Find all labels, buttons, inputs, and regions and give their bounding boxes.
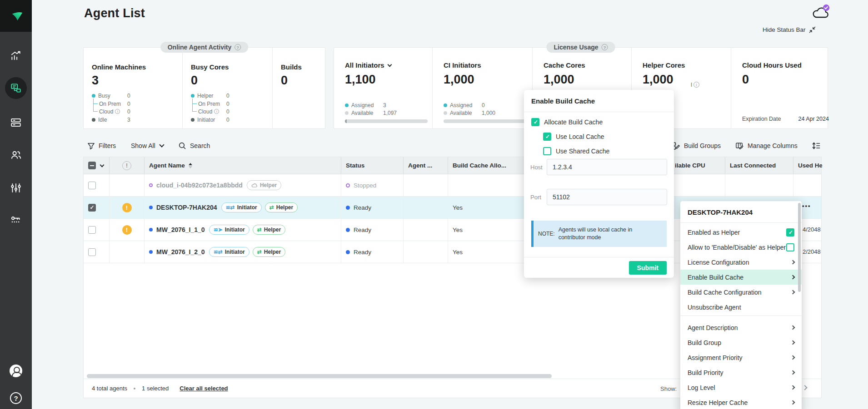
menu-item-log-level[interactable]: Log Level <box>680 380 802 395</box>
all-initiators-column: All Initiators 1,100 Assigned 3 Availabl… <box>334 48 432 128</box>
search-button[interactable]: Search <box>178 140 210 151</box>
host-label: Host <box>530 164 543 171</box>
initiator-legend-row: Initiator 0 <box>191 116 272 123</box>
use-local-cache-option[interactable]: Use Local Cache <box>543 133 604 141</box>
chevron-right-icon <box>791 355 795 360</box>
row-checkbox[interactable] <box>88 226 96 234</box>
row-height-button[interactable] <box>812 140 821 151</box>
warning-icon[interactable] <box>122 203 132 212</box>
help-icon <box>10 392 22 404</box>
agent-name: cloud_i-04b92c073e1a8bbdd <box>156 182 243 189</box>
menu-item-unsubscribe-agent[interactable]: Unsubscribe Agent <box>680 300 802 315</box>
sidebar-item-settings[interactable] <box>0 176 32 200</box>
chevron-right-icon <box>791 260 795 265</box>
ci-initiators-value: 1,000 <box>444 73 532 87</box>
menu-item-enable-build-cache[interactable]: Enable Build Cache <box>680 270 802 285</box>
select-all-header[interactable] <box>84 157 110 174</box>
helper-badge: ⇄ Helper <box>253 247 285 257</box>
use-local-cache-checkbox[interactable] <box>543 133 551 141</box>
select-all-checkbox[interactable] <box>88 162 96 169</box>
agent-context-menu: DESKTOP-7HAK204 Enabled as Helper Allow … <box>680 201 802 409</box>
host-input[interactable] <box>547 159 667 175</box>
info-icon[interactable] <box>214 109 219 114</box>
builds-value: 0 <box>281 74 326 88</box>
row-actions-button[interactable] <box>802 202 811 209</box>
manage-columns-button[interactable]: Manage Columns <box>735 140 798 151</box>
initiator-badge: ≌⇄ Initiator <box>209 247 249 257</box>
last-connected-column-header[interactable]: Last Connected <box>725 157 793 174</box>
sidebar-item-users[interactable] <box>0 143 32 167</box>
info-icon[interactable] <box>115 109 120 114</box>
enabled-as-helper-checkbox[interactable] <box>786 228 794 237</box>
divider <box>680 222 802 223</box>
idle-dot <box>92 118 95 122</box>
sidebar-item-help[interactable] <box>0 386 32 409</box>
available-row: Available 1,000 <box>444 109 495 117</box>
warning-icon[interactable] <box>122 225 132 235</box>
helper-onprem-row: On Prem 0 <box>198 100 272 108</box>
build-cache-column-header[interactable]: Build Cache Allo... <box>448 157 525 174</box>
menu-item-license-configuration[interactable]: License Configuration <box>680 255 802 270</box>
sort-icon[interactable] <box>189 163 192 168</box>
menu-item-assignment-priority[interactable]: Assignment Priority <box>680 350 802 365</box>
sidebar-item-agents[interactable] <box>0 76 32 100</box>
horizontal-scrollbar[interactable] <box>87 374 552 378</box>
agent-column-header[interactable]: Agent ... <box>404 157 448 174</box>
ci-initiators-column: CI Initiators 1,000 Assigned 0 Available… <box>432 48 532 128</box>
menu-item-agent-description[interactable]: Agent Description <box>680 320 802 335</box>
info-icon[interactable] <box>693 82 699 88</box>
allocate-build-cache-option[interactable]: Allocate Build Cache <box>531 118 603 126</box>
row-checkbox[interactable] <box>88 182 96 189</box>
busy-cloud-row: Cloud 0 <box>99 108 182 115</box>
allocate-build-cache-checkbox[interactable] <box>531 118 539 126</box>
helper-legend-row: Helper 0 <box>191 92 272 99</box>
busy-legend-row: Busy 0 <box>92 92 182 99</box>
used-helper-column-header[interactable]: Used He <box>793 157 822 174</box>
used-helper-value: 2/2048 <box>803 248 822 255</box>
menu-item-build-cache-configuration[interactable]: Build Cache Configuration <box>680 285 802 300</box>
allow-enable-disable-checkbox[interactable] <box>786 243 794 251</box>
port-input[interactable] <box>547 189 667 205</box>
row-checkbox[interactable] <box>88 204 96 212</box>
chevron-right-icon <box>791 340 795 345</box>
available-row: Available 1,097 <box>345 109 397 117</box>
sidebar-item-licenses[interactable] <box>0 208 32 232</box>
menu-item-build-priority[interactable]: Build Priority <box>680 365 802 380</box>
collapse-icon <box>809 26 816 33</box>
use-shared-cache-checkbox[interactable] <box>543 147 551 155</box>
next-page-icon[interactable] <box>802 385 807 390</box>
helper-badge: Helper <box>247 180 281 190</box>
menu-item-allow-enable-disable[interactable]: Allow to 'Enable/Disable' as Helper <box>680 240 802 255</box>
agent-status-dot <box>149 206 153 209</box>
submit-button[interactable]: Submit <box>629 261 667 275</box>
note-label: NOTE: <box>538 231 555 237</box>
helper-sync-icon: ⇄ <box>269 204 274 211</box>
helper-badge: ⇄ Helper <box>253 225 285 235</box>
status-column-header[interactable]: Status <box>341 157 404 174</box>
agent-name-column-header[interactable]: Agent Name <box>145 157 341 174</box>
all-initiators-title-row[interactable]: All Initiators <box>345 61 432 69</box>
menu-item-enabled-as-helper[interactable]: Enabled as Helper <box>680 225 802 240</box>
app-logo[interactable] <box>0 0 32 32</box>
row-checkbox[interactable] <box>88 248 96 256</box>
show-all-dropdown[interactable]: Show All <box>131 140 164 151</box>
filters-button[interactable]: Filters <box>87 140 116 151</box>
chevron-down-icon[interactable] <box>100 163 105 168</box>
menu-item-build-group[interactable]: Build Group <box>680 335 802 350</box>
clear-all-selected-link[interactable]: Clear all selected <box>180 385 228 392</box>
initiator-badge: ≌⇄ Initiator <box>221 202 262 212</box>
agent-status-dot <box>149 183 153 187</box>
menu-item-resize-helper-cache[interactable]: Resize Helper Cache <box>680 395 802 409</box>
table-row[interactable]: cloud_i-04b92c073e1a8bbdd Helper Stopped <box>84 174 821 197</box>
alerts-column-header[interactable] <box>110 157 145 174</box>
build-groups-button[interactable]: Build Groups <box>672 140 721 151</box>
menu-scrollbar[interactable] <box>798 203 801 292</box>
sidebar-item-account[interactable] <box>0 359 32 383</box>
sidebar-item-builds[interactable] <box>0 111 32 134</box>
chevron-down-icon <box>387 63 392 67</box>
hide-status-bar-button[interactable]: Hide Status Bar <box>763 26 816 33</box>
use-shared-cache-option[interactable]: Use Shared Cache <box>543 147 609 155</box>
cloud-connection-button[interactable] <box>811 4 831 24</box>
sidebar-item-dashboard[interactable] <box>0 44 32 68</box>
available-cpu-column-header[interactable]: ilable CPU <box>673 157 725 174</box>
